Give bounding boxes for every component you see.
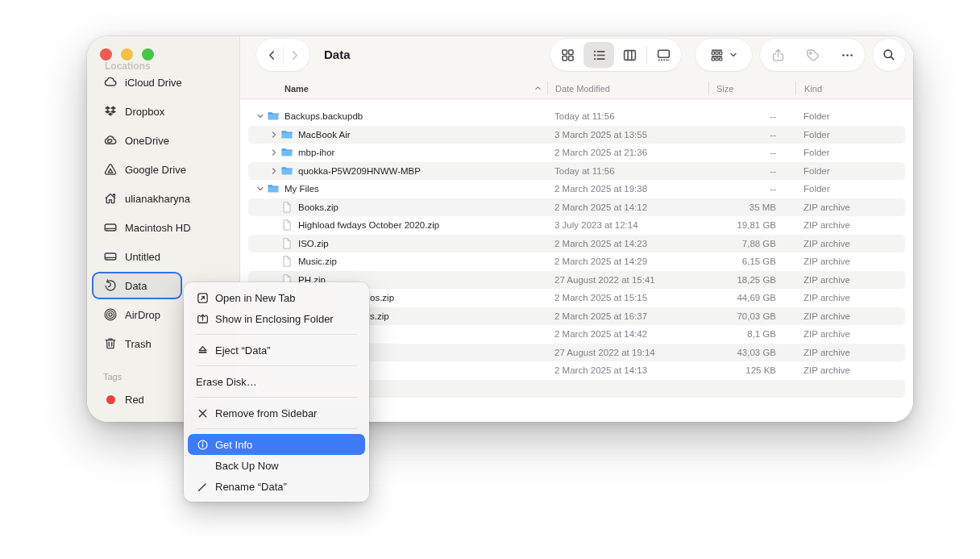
menu-item-erase-disk[interactable]: Erase Disk… bbox=[188, 371, 365, 392]
column-divider[interactable] bbox=[547, 81, 548, 95]
search-button[interactable] bbox=[873, 39, 905, 71]
sidebar-item-google-drive[interactable]: Google Drive bbox=[93, 157, 235, 181]
file-row-my-files[interactable]: My Files2 March 2025 at 19:38--Folder bbox=[248, 180, 905, 198]
cell-date-modified: 2 March 2025 at 16:37 bbox=[546, 311, 708, 321]
cell-name: Backups.backupdb bbox=[248, 110, 546, 123]
group-by-icon bbox=[709, 48, 725, 63]
cell-date-modified: Today at 11:56 bbox=[546, 166, 708, 176]
cell-size: 18,25 GB bbox=[708, 275, 795, 285]
minimize-button[interactable] bbox=[121, 48, 133, 60]
tag-icon[interactable] bbox=[805, 48, 820, 63]
cell-kind: ZIP archive bbox=[795, 365, 905, 375]
sidebar-item-ulianakharyna[interactable]: ulianakharyna bbox=[93, 186, 235, 211]
close-button[interactable] bbox=[100, 48, 112, 60]
zoom-button[interactable] bbox=[142, 48, 154, 60]
cell-name: MacBook Air bbox=[248, 128, 546, 141]
tag-color-dot bbox=[106, 395, 115, 404]
file-row-macbook-air[interactable]: MacBook Air3 March 2025 at 13:55--Folder bbox=[248, 126, 905, 144]
disclosure-closed-icon[interactable] bbox=[269, 130, 279, 140]
cell-size: -- bbox=[708, 130, 795, 140]
window-title: Data bbox=[324, 36, 351, 73]
disclosure-spacer bbox=[269, 220, 279, 230]
menu-item-remove-from-sidebar[interactable]: Remove from Sidebar bbox=[188, 403, 365, 423]
file-row-books-zip[interactable]: Books.zip2 March 2025 at 14:1235 MBZIP a… bbox=[248, 198, 905, 217]
disclosure-closed-icon[interactable] bbox=[269, 148, 279, 157]
column-header-name[interactable]: Name bbox=[284, 78, 309, 98]
forward-button[interactable] bbox=[285, 44, 303, 66]
column-divider[interactable] bbox=[795, 81, 796, 95]
trash-icon bbox=[103, 336, 118, 351]
cell-name: quokka-P5W209HNWW-MBP bbox=[248, 165, 546, 177]
sidebar-item-dropbox[interactable]: Dropbox bbox=[93, 99, 235, 123]
back-button[interactable] bbox=[263, 44, 280, 66]
folder-icon bbox=[280, 128, 293, 141]
sidebar-item-data[interactable]: Data bbox=[93, 273, 181, 298]
dropbox-icon bbox=[103, 104, 118, 119]
menu-item-rename-data[interactable]: Rename “Data” bbox=[188, 476, 365, 497]
cell-date-modified: 2 March 2025 at 14:29 bbox=[546, 257, 708, 266]
list-view-button[interactable] bbox=[583, 42, 614, 68]
eject-icon bbox=[196, 344, 210, 357]
file-row-highload-fwdays-october-2020-zip[interactable]: Highload fwdays October 2020.zip3 July 2… bbox=[248, 216, 905, 235]
menu-separator bbox=[196, 334, 357, 335]
column-view-button[interactable] bbox=[615, 42, 646, 68]
home-icon bbox=[103, 191, 118, 206]
menu-item-show-in-enclosing-folder[interactable]: Show in Enclosing Folder bbox=[188, 308, 365, 329]
chevron-down-icon bbox=[729, 50, 738, 60]
file-row-music-zip[interactable]: Music.zip2 March 2025 at 14:296,15 GBZIP… bbox=[248, 252, 905, 271]
share-icon[interactable] bbox=[770, 48, 786, 63]
sidebar-item-label: Trash bbox=[125, 338, 152, 350]
column-header-kind[interactable]: Kind bbox=[804, 78, 822, 98]
menu-item-open-in-new-tab[interactable]: Open in New Tab bbox=[188, 287, 365, 308]
file-name: os.zip bbox=[370, 293, 394, 302]
grid-view-icon bbox=[560, 48, 575, 63]
folder-icon bbox=[280, 146, 293, 159]
menu-item-back-up-now[interactable]: Back Up Now bbox=[188, 455, 365, 476]
chevron-left-icon bbox=[266, 49, 278, 61]
menu-item-label: Erase Disk… bbox=[196, 376, 257, 388]
menu-separator bbox=[196, 365, 357, 366]
file-name: Backups.backupdb bbox=[284, 111, 363, 121]
cell-date-modified: 27 August 2022 at 19:14 bbox=[546, 348, 708, 357]
more-icon[interactable] bbox=[840, 48, 855, 63]
sidebar-item-macintosh-hd[interactable]: Macintosh HD bbox=[93, 215, 235, 240]
column-divider[interactable] bbox=[708, 81, 709, 95]
column-header-date-modified[interactable]: Date Modified bbox=[555, 78, 610, 98]
file-name: s.zip bbox=[370, 311, 389, 321]
disclosure-closed-icon[interactable] bbox=[269, 166, 279, 176]
group-button[interactable] bbox=[696, 39, 752, 71]
file-row-backups-backupdb[interactable]: Backups.backupdbToday at 11:56--Folder bbox=[248, 107, 905, 126]
sidebar-tag-label: Red bbox=[125, 394, 144, 406]
menu-item-eject-data[interactable]: Eject “Data” bbox=[188, 340, 365, 361]
sidebar-item-icloud-drive[interactable]: iCloud Drive bbox=[93, 70, 235, 94]
airdrop-icon bbox=[103, 307, 118, 322]
column-header-size[interactable]: Size bbox=[716, 78, 733, 98]
menu-item-label: Get Info bbox=[215, 439, 252, 451]
file-row-mbp-ihor[interactable]: mbp-ihor2 March 2025 at 21:36--Folder bbox=[248, 144, 905, 162]
folder-icon bbox=[280, 165, 293, 177]
cell-kind: ZIP archive bbox=[795, 239, 905, 248]
file-row-quokka-p5w209hnww-mbp[interactable]: quokka-P5W209HNWW-MBPToday at 11:56--Fol… bbox=[248, 162, 905, 181]
disclosure-open-icon[interactable] bbox=[255, 184, 265, 194]
disclosure-open-icon[interactable] bbox=[255, 111, 265, 121]
cell-size: -- bbox=[708, 184, 795, 194]
gallery-view-button[interactable] bbox=[649, 42, 679, 68]
cell-name: mbp-ihor bbox=[248, 146, 546, 159]
folder-icon bbox=[267, 182, 280, 195]
google-drive-icon bbox=[103, 162, 118, 177]
gallery-view-icon bbox=[656, 48, 671, 63]
file-row-iso-zip[interactable]: ISO.zip2 March 2025 at 14:237,88 GBZIP a… bbox=[248, 235, 905, 253]
sidebar-item-untitled[interactable]: Untitled bbox=[93, 244, 235, 269]
cell-kind: ZIP archive bbox=[795, 202, 905, 212]
cell-size: 44,69 GB bbox=[708, 293, 795, 302]
grid-view-button[interactable] bbox=[553, 42, 583, 68]
cell-size: 6,15 GB bbox=[708, 257, 795, 266]
cell-date-modified: Today at 11:56 bbox=[546, 111, 708, 121]
menu-item-get-info[interactable]: Get Info bbox=[188, 434, 365, 455]
sidebar-item-onedrive[interactable]: OneDrive bbox=[93, 128, 235, 152]
sidebar-item-label: Data bbox=[125, 280, 147, 292]
cell-name: Music.zip bbox=[248, 255, 546, 268]
menu-item-label: Open in New Tab bbox=[215, 292, 296, 304]
file-name: mbp-ihor bbox=[298, 148, 334, 157]
cell-size: -- bbox=[708, 166, 795, 176]
